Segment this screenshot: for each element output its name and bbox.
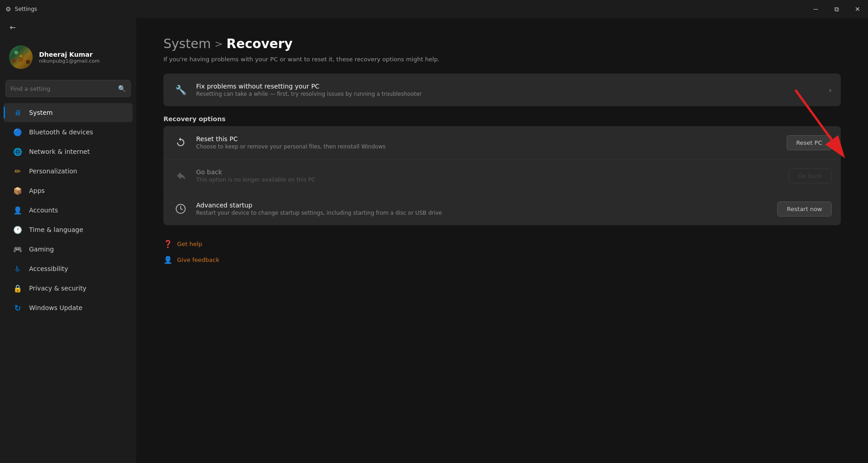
- titlebar-left: ⚙ Settings: [5, 5, 37, 13]
- recovery-section-header: Recovery options: [163, 115, 841, 123]
- goback-desc: This option is no longer available on th…: [196, 177, 789, 183]
- content-inner: 🔧 Fix problems without resetting your PC…: [163, 74, 841, 268]
- page-subtitle: If you're having problems with your PC o…: [163, 56, 841, 63]
- titlebar: ⚙ Settings ─ ⧉ ✕: [0, 0, 868, 18]
- sidebar-item-label: Apps: [29, 187, 45, 194]
- personalization-icon: ✏: [13, 166, 23, 176]
- sidebar-item-personalization[interactable]: ✏ Personalization: [4, 162, 133, 181]
- avatar: [9, 45, 33, 69]
- sidebar-item-accessibility[interactable]: ♿ Accessibility: [4, 259, 133, 278]
- sidebar-item-label: Accounts: [29, 207, 58, 214]
- sidebar-item-gaming[interactable]: 🎮 Gaming: [4, 240, 133, 259]
- settings-icon: ⚙: [5, 5, 11, 13]
- reset-title: Reset this PC: [196, 135, 787, 143]
- sidebar-item-apps[interactable]: 📦 Apps: [4, 181, 133, 200]
- time-icon: 🕐: [13, 225, 23, 235]
- main-content: System > Recovery If you're having probl…: [136, 18, 868, 463]
- close-button[interactable]: ✕: [847, 0, 868, 18]
- sidebar: ← Dheeraj Kumar nikunpubg1@gmail.com 🔍 🖥…: [0, 18, 136, 463]
- privacy-icon: 🔒: [13, 283, 23, 293]
- sidebar-item-label: Bluetooth & devices: [29, 128, 93, 136]
- sidebar-item-system[interactable]: 🖥 System: [4, 103, 133, 122]
- breadcrumb: System > Recovery: [163, 36, 841, 51]
- advanced-action: Restart now: [777, 202, 832, 217]
- fix-problems-card: 🔧 Fix problems without resetting your PC…: [163, 74, 841, 106]
- fix-desc: Resetting can take a while — first, try …: [196, 91, 829, 97]
- chevron-right-icon: ›: [829, 86, 832, 94]
- go-back-button[interactable]: Go back: [789, 168, 832, 183]
- fix-title: Fix problems without resetting your PC: [196, 83, 829, 90]
- sidebar-item-label: Accessibility: [29, 265, 68, 272]
- breadcrumb-current: Recovery: [227, 36, 293, 51]
- fix-icon: 🔧: [173, 82, 189, 98]
- sidebar-item-label: Network & internet: [29, 148, 90, 155]
- sidebar-item-network[interactable]: 🌐 Network & internet: [4, 142, 133, 161]
- avatar-image: [9, 45, 33, 69]
- sidebar-item-time[interactable]: 🕐 Time & language: [4, 220, 133, 239]
- give-feedback-label: Give feedback: [177, 256, 219, 263]
- reset-text: Reset this PC Choose to keep or remove y…: [196, 135, 787, 150]
- user-profile[interactable]: Dheeraj Kumar nikunpubg1@gmail.com: [0, 36, 136, 78]
- search-icon: 🔍: [118, 85, 126, 92]
- sidebar-item-label: System: [29, 109, 53, 116]
- sidebar-item-bluetooth[interactable]: 🔵 Bluetooth & devices: [4, 123, 133, 142]
- recovery-options-card: Reset this PC Choose to keep or remove y…: [163, 126, 841, 225]
- advanced-desc: Restart your device to change startup se…: [196, 210, 777, 216]
- goback-action: Go back: [789, 168, 832, 183]
- sidebar-item-windows-update[interactable]: ↻ Windows Update: [4, 298, 133, 317]
- titlebar-controls: ─ ⧉ ✕: [805, 0, 868, 18]
- sidebar-item-label: Privacy & security: [29, 285, 86, 292]
- network-icon: 🌐: [13, 147, 23, 157]
- goback-title: Go back: [196, 168, 789, 176]
- search-box[interactable]: 🔍: [5, 80, 131, 97]
- sidebar-item-label: Windows Update: [29, 304, 83, 311]
- go-back-row[interactable]: Go back This option is no longer availab…: [163, 159, 841, 192]
- breadcrumb-sep: >: [214, 38, 222, 49]
- advanced-text: Advanced startup Restart your device to …: [196, 202, 777, 216]
- maximize-button[interactable]: ⧉: [826, 0, 847, 18]
- sidebar-nav: 🖥 System 🔵 Bluetooth & devices 🌐 Network…: [0, 103, 136, 318]
- sidebar-item-accounts[interactable]: 👤 Accounts: [4, 201, 133, 220]
- fix-action: ›: [829, 86, 832, 94]
- sidebar-item-label: Gaming: [29, 246, 54, 253]
- fix-problems-row[interactable]: 🔧 Fix problems without resetting your PC…: [163, 74, 841, 106]
- accessibility-icon: ♿: [13, 264, 23, 274]
- advanced-startup-row[interactable]: Advanced startup Restart your device to …: [163, 192, 841, 225]
- recovery-options-wrapper: Reset this PC Choose to keep or remove y…: [163, 126, 841, 225]
- breadcrumb-parent[interactable]: System: [163, 36, 211, 51]
- reset-desc: Choose to keep or remove your personal f…: [196, 143, 787, 150]
- gaming-icon: 🎮: [13, 244, 23, 254]
- get-help-icon: ❓: [163, 240, 173, 248]
- reset-action: Reset PC: [787, 135, 832, 150]
- sidebar-item-label: Personalization: [29, 167, 77, 175]
- fix-text: Fix problems without resetting your PC R…: [196, 83, 829, 97]
- apps-icon: 📦: [13, 186, 23, 196]
- reset-icon: [173, 134, 189, 151]
- reset-pc-row[interactable]: Reset this PC Choose to keep or remove y…: [163, 126, 841, 159]
- accounts-icon: 👤: [13, 205, 23, 215]
- reset-pc-button[interactable]: Reset PC: [787, 135, 832, 150]
- back-button[interactable]: ←: [5, 20, 20, 34]
- user-name: Dheeraj Kumar: [39, 51, 99, 58]
- sidebar-item-privacy[interactable]: 🔒 Privacy & security: [4, 279, 133, 298]
- user-info: Dheeraj Kumar nikunpubg1@gmail.com: [39, 51, 99, 64]
- advanced-title: Advanced startup: [196, 202, 777, 209]
- get-help-link[interactable]: ❓ Get help: [163, 236, 841, 252]
- page-header: System > Recovery If you're having probl…: [163, 36, 841, 63]
- sidebar-item-label: Time & language: [29, 226, 83, 233]
- links-section: ❓ Get help 👤 Give feedback: [163, 236, 841, 268]
- minimize-button[interactable]: ─: [805, 0, 826, 18]
- user-email: nikunpubg1@gmail.com: [39, 58, 99, 64]
- search-input[interactable]: [10, 85, 114, 92]
- system-icon: 🖥: [13, 108, 23, 118]
- give-feedback-link[interactable]: 👤 Give feedback: [163, 252, 841, 268]
- goback-icon: [173, 167, 189, 184]
- bluetooth-icon: 🔵: [13, 127, 23, 137]
- winupdate-icon: ↻: [13, 303, 23, 313]
- get-help-label: Get help: [177, 241, 202, 247]
- restart-now-button[interactable]: Restart now: [777, 202, 832, 217]
- goback-text: Go back This option is no longer availab…: [196, 168, 789, 183]
- app-body: ← Dheeraj Kumar nikunpubg1@gmail.com 🔍 🖥…: [0, 18, 868, 463]
- advanced-icon: [173, 201, 189, 217]
- titlebar-title: Settings: [15, 6, 37, 12]
